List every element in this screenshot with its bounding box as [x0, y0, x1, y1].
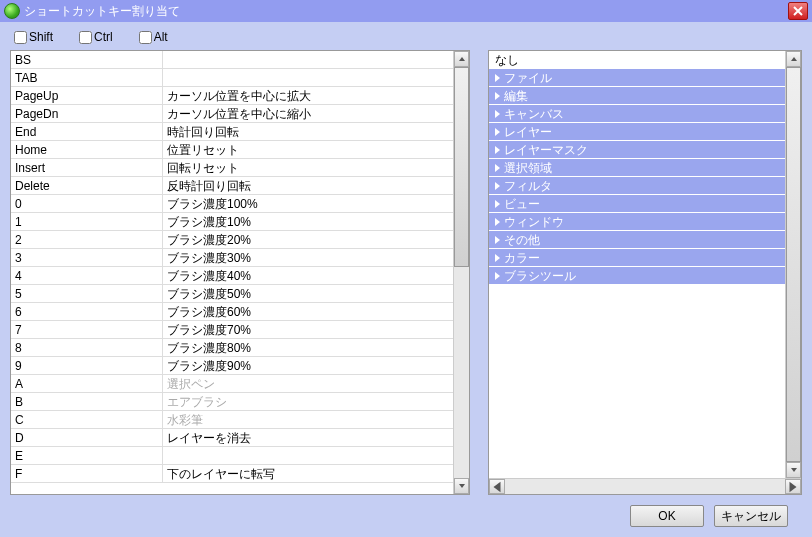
- category-item[interactable]: 選択領域: [489, 159, 785, 177]
- key-cell: 9: [11, 357, 163, 374]
- scroll-down-button[interactable]: [454, 478, 469, 494]
- scroll-down-button[interactable]: [786, 462, 801, 478]
- table-row[interactable]: 2ブラシ濃度20%: [11, 231, 453, 249]
- category-label: レイヤー: [504, 123, 552, 141]
- alt-checkbox[interactable]: Alt: [139, 30, 168, 44]
- action-cell: ブラシ濃度60%: [163, 303, 453, 320]
- right-vscrollbar[interactable]: [785, 51, 801, 478]
- category-label: カラー: [504, 249, 540, 267]
- category-item[interactable]: ファイル: [489, 69, 785, 87]
- expand-icon: [495, 128, 500, 136]
- key-cell: PageUp: [11, 87, 163, 104]
- table-row[interactable]: Dレイヤーを消去: [11, 429, 453, 447]
- dialog-footer: OK キャンセル: [10, 495, 802, 537]
- table-row[interactable]: C水彩筆: [11, 411, 453, 429]
- window-title: ショートカットキー割り当て: [24, 3, 788, 20]
- category-item[interactable]: ウィンドウ: [489, 213, 785, 231]
- table-row[interactable]: F下のレイヤーに転写: [11, 465, 453, 483]
- action-cell: ブラシ濃度10%: [163, 213, 453, 230]
- category-label: レイヤーマスク: [504, 141, 588, 159]
- table-row[interactable]: PageUpカーソル位置を中心に拡大: [11, 87, 453, 105]
- action-cell: 位置リセット: [163, 141, 453, 158]
- ctrl-checkbox-input[interactable]: [79, 31, 92, 44]
- table-row[interactable]: Insert回転リセット: [11, 159, 453, 177]
- table-row[interactable]: 0ブラシ濃度100%: [11, 195, 453, 213]
- table-row[interactable]: 7ブラシ濃度70%: [11, 321, 453, 339]
- action-cell: 時計回り回転: [163, 123, 453, 140]
- key-cell: 5: [11, 285, 163, 302]
- table-row[interactable]: 3ブラシ濃度30%: [11, 249, 453, 267]
- category-item[interactable]: その他: [489, 231, 785, 249]
- category-item[interactable]: カラー: [489, 249, 785, 267]
- table-row[interactable]: End時計回り回転: [11, 123, 453, 141]
- category-item[interactable]: レイヤー: [489, 123, 785, 141]
- hscroll-track[interactable]: [505, 479, 785, 494]
- table-row[interactable]: Bエアブラシ: [11, 393, 453, 411]
- shift-label: Shift: [29, 30, 53, 44]
- app-icon: [4, 3, 20, 19]
- close-button[interactable]: [788, 2, 808, 20]
- action-cell: ブラシ濃度50%: [163, 285, 453, 302]
- shift-checkbox[interactable]: Shift: [14, 30, 53, 44]
- table-row[interactable]: Delete反時計回り回転: [11, 177, 453, 195]
- close-icon: [793, 6, 803, 16]
- table-row[interactable]: Home位置リセット: [11, 141, 453, 159]
- key-cell: A: [11, 375, 163, 392]
- modifier-row: Shift Ctrl Alt: [10, 30, 802, 44]
- left-scroll-thumb[interactable]: [454, 67, 469, 267]
- right-hscrollbar[interactable]: [489, 478, 801, 494]
- table-row[interactable]: A選択ペン: [11, 375, 453, 393]
- action-cell: ブラシ濃度20%: [163, 231, 453, 248]
- left-vscrollbar[interactable]: [453, 51, 469, 494]
- key-cell: 3: [11, 249, 163, 266]
- cancel-button[interactable]: キャンセル: [714, 505, 788, 527]
- table-row[interactable]: 9ブラシ濃度90%: [11, 357, 453, 375]
- table-row[interactable]: TAB: [11, 69, 453, 87]
- scroll-up-button[interactable]: [786, 51, 801, 67]
- expand-icon: [495, 272, 500, 280]
- expand-icon: [495, 146, 500, 154]
- category-item[interactable]: なし: [489, 51, 785, 69]
- scroll-left-button[interactable]: [489, 479, 505, 494]
- table-row[interactable]: E: [11, 447, 453, 465]
- ctrl-checkbox[interactable]: Ctrl: [79, 30, 113, 44]
- action-cell: カーソル位置を中心に拡大: [163, 87, 453, 104]
- key-cell: PageDn: [11, 105, 163, 122]
- action-cell: ブラシ濃度80%: [163, 339, 453, 356]
- expand-icon: [495, 254, 500, 262]
- table-row[interactable]: PageDnカーソル位置を中心に縮小: [11, 105, 453, 123]
- right-scroll-thumb[interactable]: [786, 67, 801, 462]
- shortcut-list-pane: BSTABPageUpカーソル位置を中心に拡大PageDnカーソル位置を中心に縮…: [10, 50, 470, 495]
- scroll-up-button[interactable]: [454, 51, 469, 67]
- table-row[interactable]: 8ブラシ濃度80%: [11, 339, 453, 357]
- key-cell: BS: [11, 51, 163, 68]
- category-item[interactable]: レイヤーマスク: [489, 141, 785, 159]
- key-cell: B: [11, 393, 163, 410]
- category-list[interactable]: なしファイル編集キャンバスレイヤーレイヤーマスク選択領域フィルタビューウィンドウ…: [489, 51, 785, 478]
- category-label: ファイル: [504, 69, 552, 87]
- key-cell: E: [11, 447, 163, 464]
- key-cell: 4: [11, 267, 163, 284]
- category-item[interactable]: 編集: [489, 87, 785, 105]
- table-row[interactable]: 1ブラシ濃度10%: [11, 213, 453, 231]
- action-cell: カーソル位置を中心に縮小: [163, 105, 453, 122]
- key-cell: C: [11, 411, 163, 428]
- ok-button[interactable]: OK: [630, 505, 704, 527]
- table-row[interactable]: 4ブラシ濃度40%: [11, 267, 453, 285]
- category-label: 編集: [504, 87, 528, 105]
- table-row[interactable]: BS: [11, 51, 453, 69]
- shift-checkbox-input[interactable]: [14, 31, 27, 44]
- action-cell: ブラシ濃度70%: [163, 321, 453, 338]
- table-row[interactable]: 5ブラシ濃度50%: [11, 285, 453, 303]
- scroll-right-button[interactable]: [785, 479, 801, 494]
- category-item[interactable]: ブラシツール: [489, 267, 785, 285]
- titlebar: ショートカットキー割り当て: [0, 0, 812, 22]
- alt-label: Alt: [154, 30, 168, 44]
- category-item[interactable]: キャンバス: [489, 105, 785, 123]
- key-cell: 8: [11, 339, 163, 356]
- category-item[interactable]: フィルタ: [489, 177, 785, 195]
- category-item[interactable]: ビュー: [489, 195, 785, 213]
- alt-checkbox-input[interactable]: [139, 31, 152, 44]
- shortcut-list[interactable]: BSTABPageUpカーソル位置を中心に拡大PageDnカーソル位置を中心に縮…: [11, 51, 453, 494]
- table-row[interactable]: 6ブラシ濃度60%: [11, 303, 453, 321]
